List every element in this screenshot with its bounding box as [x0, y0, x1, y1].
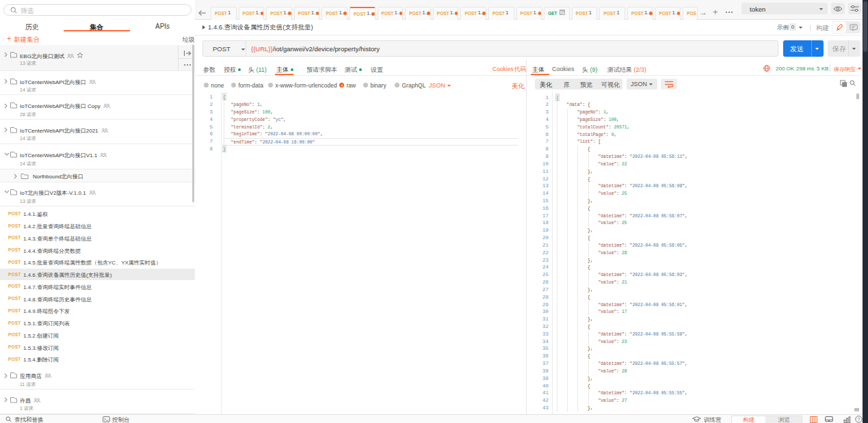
- svg-text:?: ?: [858, 417, 860, 422]
